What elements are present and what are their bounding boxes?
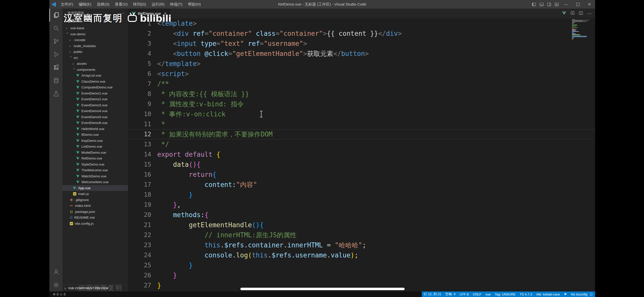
open-preview-icon[interactable] bbox=[570, 11, 575, 16]
code-line[interactable]: 15 data(){ bbox=[128, 159, 595, 170]
beaker-icon[interactable] bbox=[49, 87, 62, 100]
tree-item[interactable]: WelcomeItem.vue bbox=[62, 179, 128, 185]
tree-item[interactable]: ArrayList.vue bbox=[62, 73, 128, 79]
tree-item[interactable]: ›node_modules bbox=[62, 43, 128, 49]
vue-preview-icon[interactable] bbox=[562, 11, 566, 16]
menu-item[interactable]: 终端(T) bbox=[167, 0, 185, 9]
settings-icon[interactable] bbox=[49, 278, 62, 291]
tree-item[interactable]: ›.vscode bbox=[62, 37, 128, 43]
code-line[interactable]: 9 * 属性改变:v-bind: 指令 bbox=[128, 99, 595, 109]
code-line[interactable]: 2 <div ref="container" class="container"… bbox=[128, 28, 595, 39]
minimize-button[interactable]: — bbox=[560, 0, 572, 9]
database-icon[interactable] bbox=[49, 74, 62, 87]
tree-item[interactable]: <>index.html bbox=[62, 203, 128, 209]
code-line[interactable]: 20 methods:{ bbox=[128, 210, 595, 220]
code-line[interactable]: 26 } bbox=[128, 270, 595, 280]
toggle-panel-icon[interactable] bbox=[538, 0, 545, 9]
menu-item[interactable]: 帮助(H) bbox=[185, 0, 204, 9]
customize-layout-icon[interactable] bbox=[553, 0, 560, 9]
menu-item[interactable]: 编辑(E) bbox=[76, 0, 94, 9]
tab-close-icon[interactable]: ✕ bbox=[164, 12, 167, 15]
tree-item[interactable]: ClassDemo.vue bbox=[62, 79, 128, 85]
workspace-section-header[interactable]: › 源码 bbox=[62, 18, 128, 24]
tree-item[interactable]: IfDemo.vue bbox=[62, 132, 128, 138]
tree-item[interactable]: EventDemo6.vue bbox=[62, 120, 128, 126]
menu-item[interactable]: 运行(R) bbox=[149, 0, 167, 9]
tree-item[interactable]: ›public bbox=[62, 49, 128, 55]
files-icon[interactable] bbox=[49, 9, 62, 22]
code-line[interactable]: 25 } bbox=[128, 260, 595, 270]
tree-item[interactable]: JSmain.js bbox=[62, 191, 128, 197]
tree-item[interactable]: .gitignore bbox=[62, 197, 128, 203]
toggle-sidebar-icon[interactable] bbox=[530, 0, 538, 9]
toggle-secondary-sidebar-icon[interactable] bbox=[545, 0, 553, 9]
tree-item[interactable]: EventDemo5.vue bbox=[62, 114, 128, 120]
code-line[interactable]: 5</template> bbox=[128, 59, 595, 69]
menu-item[interactable]: 查看(V) bbox=[112, 0, 130, 9]
code-line[interactable]: 14export default { bbox=[128, 149, 595, 159]
code-line[interactable]: 3 <input type="text" ref="username"> bbox=[128, 39, 595, 49]
tree-item[interactable]: HelloWorld.vue bbox=[62, 126, 128, 132]
code-line[interactable]: 23 this.$refs.container.innerHTML = "哈哈哈… bbox=[128, 240, 595, 250]
code-line[interactable]: 22 // innerHTML:原生JS的属性 bbox=[128, 230, 595, 240]
code-line[interactable]: 17 content:"内容" bbox=[128, 180, 595, 190]
status-item[interactable]: ⚑ bbox=[564, 292, 567, 296]
tree-item[interactable]: iREADME.md bbox=[62, 215, 128, 221]
problems-indicator[interactable]: ⊘ 0 ⚠ 0 bbox=[49, 291, 422, 297]
code-line[interactable]: 8 * 内容改变:{{ 模板语法 }} bbox=[128, 89, 595, 99]
tree-item[interactable]: EventDemo2.vue bbox=[62, 96, 128, 102]
horizontal-scrollbar[interactable] bbox=[240, 288, 405, 290]
status-item[interactable]: UTF-8 bbox=[460, 292, 469, 296]
code-line[interactable]: 1<template> bbox=[128, 18, 595, 28]
tree-item[interactable]: JSvite.config.js bbox=[62, 221, 128, 227]
status-item[interactable]: 空格: 4 bbox=[445, 292, 455, 296]
tree-item[interactable]: EventDemo3.vue bbox=[62, 102, 128, 108]
status-item[interactable]: 行 12, 列 21 bbox=[424, 292, 441, 296]
tree-item[interactable]: EventDemo1.vue bbox=[62, 90, 128, 96]
tree-item[interactable]: {}package.json bbox=[62, 209, 128, 215]
code-line[interactable]: 10 * 事件:v-on:click bbox=[128, 109, 595, 119]
run-debug-icon[interactable] bbox=[49, 48, 62, 61]
menu-item[interactable]: 文件(F) bbox=[58, 0, 76, 9]
extensions-icon[interactable] bbox=[49, 61, 62, 74]
code-line[interactable]: 7/** bbox=[128, 79, 595, 89]
source-control-icon[interactable] bbox=[49, 35, 62, 48]
code-line[interactable]: 13 */ bbox=[128, 139, 595, 149]
explorer-more-actions-icon[interactable]: ⋯ bbox=[120, 11, 124, 16]
tree-item[interactable]: KeyDemo.vue bbox=[62, 138, 128, 144]
tree-item[interactable]: App.vue bbox=[62, 185, 128, 191]
tree-item[interactable]: ListDemo.vue bbox=[62, 144, 128, 150]
status-item[interactable]: TS 4.7.3 bbox=[520, 292, 532, 296]
tree-item[interactable]: WatchDemo.vue bbox=[62, 173, 128, 179]
split-editor-icon[interactable] bbox=[579, 11, 583, 16]
status-item[interactable]: No tsconfig bbox=[571, 292, 587, 296]
code-line[interactable]: 19 }, bbox=[128, 200, 595, 210]
menu-item[interactable]: 选择(S) bbox=[94, 0, 112, 9]
minimap[interactable] bbox=[572, 19, 590, 39]
code-line[interactable]: 4 <button @click="getElementHandle">获取元素… bbox=[128, 49, 595, 59]
code-line[interactable]: 12 * 如果没有特别的需求，不要操作DOM bbox=[128, 129, 595, 139]
code-line[interactable]: 6<script> bbox=[128, 69, 595, 79]
tab-refdemo-vue[interactable]: RefDemo.vue ✕ bbox=[128, 9, 170, 18]
account-icon[interactable] bbox=[49, 265, 62, 278]
tree-item[interactable]: EventDemo4.vue bbox=[62, 108, 128, 114]
search-icon[interactable] bbox=[49, 22, 62, 35]
vue-component-preview-panel[interactable]: › VUE COMPONENT PREVIEW bbox=[62, 285, 128, 291]
status-item[interactable]: vue bbox=[485, 292, 491, 296]
maximize-button[interactable] bbox=[572, 0, 584, 9]
tree-item[interactable]: TheWelcome.vue bbox=[62, 167, 128, 173]
tree-item[interactable]: ModelDemo.vue bbox=[62, 150, 128, 156]
code-line[interactable]: 21 getElementHandle(){ bbox=[128, 220, 595, 230]
tree-item[interactable]: ›vue-base bbox=[62, 25, 128, 31]
tree-item[interactable]: ›assets bbox=[62, 61, 128, 67]
close-button[interactable]: ✕ bbox=[584, 0, 595, 9]
code-line[interactable]: 24 console.log(this.$refs.username.value… bbox=[128, 250, 595, 260]
tree-item[interactable]: ›components bbox=[62, 67, 128, 73]
tree-item[interactable]: ›src bbox=[62, 55, 128, 61]
tree-item[interactable]: RefDemo.vue bbox=[62, 155, 128, 161]
tree-item[interactable]: StyleDemo.vue bbox=[62, 161, 128, 168]
status-item[interactable]: CRLF bbox=[473, 292, 481, 296]
code-line[interactable]: 18 } bbox=[128, 190, 595, 200]
status-item[interactable]: Attr: kebab-case bbox=[536, 292, 560, 296]
menu-item[interactable]: 转到(G) bbox=[130, 0, 149, 9]
